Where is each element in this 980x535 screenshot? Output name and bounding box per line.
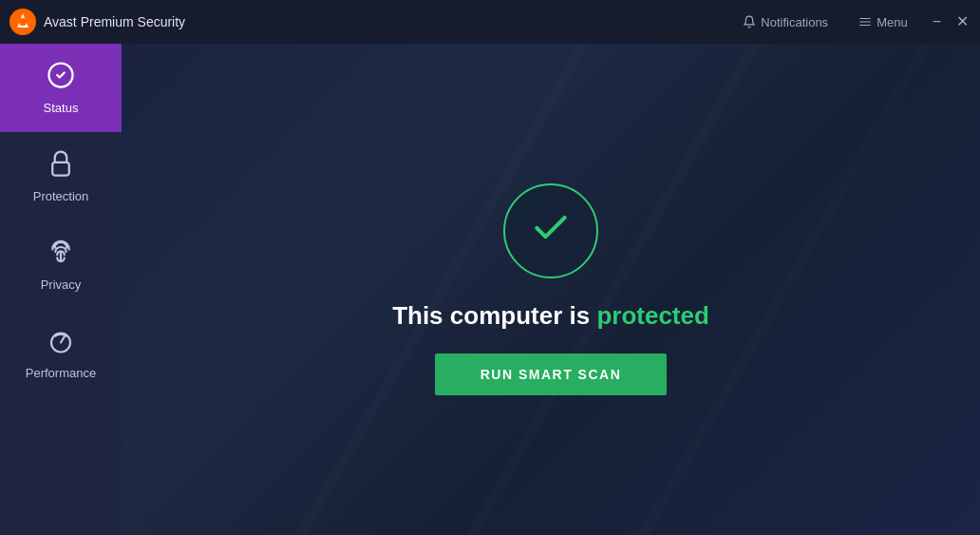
bell-icon (743, 15, 756, 29)
sidebar-item-privacy[interactable]: Privacy (0, 220, 122, 309)
close-button[interactable]: ✕ (956, 14, 969, 29)
status-highlight: protected (596, 301, 708, 330)
checkmark-icon (530, 207, 572, 255)
notifications-button[interactable]: Notifications (737, 11, 834, 33)
menu-button[interactable]: Menu (853, 11, 914, 33)
run-smart-scan-button[interactable]: RUN SMART SCAN (435, 353, 668, 395)
minimize-button[interactable]: − (933, 14, 941, 29)
content-area: This computer is protected RUN SMART SCA… (122, 44, 980, 535)
svg-point-1 (19, 18, 27, 26)
sidebar-item-performance[interactable]: Performance (0, 309, 122, 397)
svg-rect-6 (52, 162, 69, 176)
lock-icon (47, 149, 75, 182)
speedometer-icon (47, 326, 75, 358)
avast-logo-icon (9, 9, 36, 35)
window-controls: − ✕ (933, 14, 969, 29)
menu-icon (858, 15, 872, 29)
notifications-label: Notifications (761, 15, 828, 29)
check-circle-icon (47, 61, 75, 93)
titlebar-left: Avast Premium Security (9, 9, 185, 35)
main-layout: Status Protection (0, 44, 980, 535)
app-title: Avast Premium Security (44, 14, 185, 29)
menu-label: Menu (876, 15, 908, 29)
sidebar: Status Protection (0, 44, 122, 535)
titlebar-right: Notifications Menu − ✕ (737, 11, 969, 33)
sidebar-item-protection[interactable]: Protection (0, 132, 122, 220)
sidebar-item-protection-label: Protection (33, 189, 89, 203)
sidebar-item-status-label: Status (44, 101, 79, 115)
sidebar-item-status[interactable]: Status (0, 44, 122, 132)
fingerprint-icon (47, 238, 75, 270)
titlebar: Avast Premium Security Notifications Men… (0, 0, 980, 44)
sidebar-item-performance-label: Performance (26, 366, 96, 380)
status-prefix: This computer is (392, 301, 596, 330)
status-text: This computer is protected (392, 301, 709, 331)
protection-status-icon (503, 183, 598, 278)
status-section: This computer is protected RUN SMART SCA… (392, 183, 709, 395)
sidebar-item-privacy-label: Privacy (41, 277, 82, 292)
